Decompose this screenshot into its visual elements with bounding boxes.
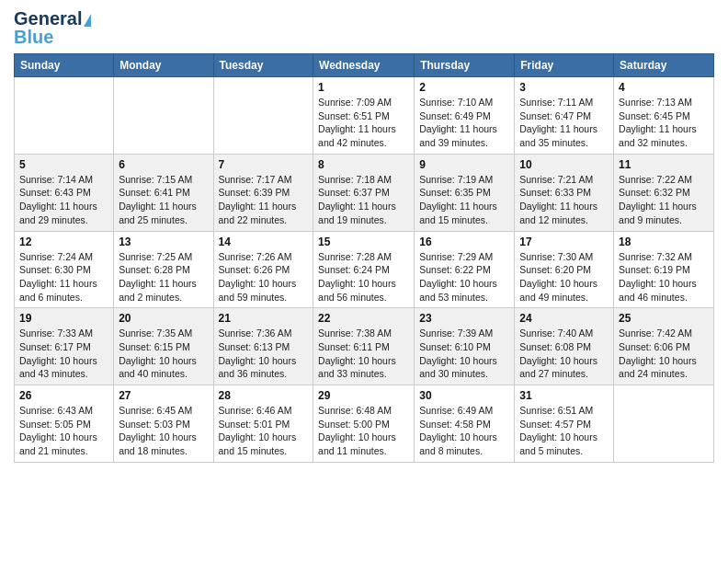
week-row-5: 26Sunrise: 6:43 AM Sunset: 5:05 PM Dayli… bbox=[15, 385, 714, 463]
day-number: 7 bbox=[219, 158, 309, 171]
calendar-cell: 18Sunrise: 7:32 AM Sunset: 6:19 PM Dayli… bbox=[614, 231, 714, 308]
calendar-cell: 2Sunrise: 7:10 AM Sunset: 6:49 PM Daylig… bbox=[415, 77, 515, 155]
day-info: Sunrise: 7:13 AM Sunset: 6:45 PM Dayligh… bbox=[619, 96, 709, 150]
weekday-saturday: Saturday bbox=[614, 54, 714, 77]
calendar-cell: 23Sunrise: 7:39 AM Sunset: 6:10 PM Dayli… bbox=[415, 308, 515, 385]
day-info: Sunrise: 7:09 AM Sunset: 6:51 PM Dayligh… bbox=[318, 96, 409, 150]
calendar-cell bbox=[213, 77, 313, 155]
calendar-cell: 14Sunrise: 7:26 AM Sunset: 6:26 PM Dayli… bbox=[213, 231, 313, 308]
calendar-cell: 5Sunrise: 7:14 AM Sunset: 6:43 PM Daylig… bbox=[15, 154, 114, 231]
day-number: 27 bbox=[119, 389, 208, 402]
calendar-cell: 9Sunrise: 7:19 AM Sunset: 6:35 PM Daylig… bbox=[415, 154, 515, 231]
day-info: Sunrise: 7:30 AM Sunset: 6:20 PM Dayligh… bbox=[519, 250, 609, 304]
day-info: Sunrise: 7:22 AM Sunset: 6:32 PM Dayligh… bbox=[619, 173, 709, 227]
day-number: 18 bbox=[619, 236, 709, 248]
day-number: 28 bbox=[219, 389, 309, 402]
weekday-wednesday: Wednesday bbox=[313, 54, 415, 77]
calendar-cell: 10Sunrise: 7:21 AM Sunset: 6:33 PM Dayli… bbox=[515, 154, 614, 231]
day-info: Sunrise: 7:42 AM Sunset: 6:06 PM Dayligh… bbox=[619, 327, 709, 381]
calendar-cell: 22Sunrise: 7:38 AM Sunset: 6:11 PM Dayli… bbox=[313, 308, 415, 385]
calendar-cell: 24Sunrise: 7:40 AM Sunset: 6:08 PM Dayli… bbox=[515, 308, 614, 385]
day-info: Sunrise: 7:35 AM Sunset: 6:15 PM Dayligh… bbox=[119, 327, 208, 381]
day-number: 11 bbox=[619, 158, 709, 171]
day-number: 10 bbox=[519, 158, 609, 171]
day-number: 19 bbox=[19, 312, 108, 325]
day-number: 16 bbox=[419, 236, 509, 248]
day-number: 26 bbox=[19, 389, 108, 402]
day-number: 12 bbox=[19, 236, 108, 248]
weekday-friday: Friday bbox=[515, 54, 614, 77]
day-number: 13 bbox=[119, 236, 208, 248]
day-number: 25 bbox=[619, 312, 709, 325]
day-number: 8 bbox=[318, 158, 409, 171]
day-number: 24 bbox=[519, 312, 609, 325]
day-number: 5 bbox=[19, 158, 108, 171]
day-info: Sunrise: 7:18 AM Sunset: 6:37 PM Dayligh… bbox=[318, 173, 409, 227]
day-info: Sunrise: 6:48 AM Sunset: 5:00 PM Dayligh… bbox=[318, 404, 409, 458]
calendar-cell: 19Sunrise: 7:33 AM Sunset: 6:17 PM Dayli… bbox=[15, 308, 114, 385]
logo-line1: General bbox=[14, 9, 91, 28]
day-number: 29 bbox=[318, 389, 409, 402]
day-info: Sunrise: 7:25 AM Sunset: 6:28 PM Dayligh… bbox=[119, 250, 208, 304]
weekday-monday: Monday bbox=[114, 54, 213, 77]
calendar-cell: 29Sunrise: 6:48 AM Sunset: 5:00 PM Dayli… bbox=[313, 385, 415, 463]
day-number: 15 bbox=[318, 236, 409, 248]
day-info: Sunrise: 7:17 AM Sunset: 6:39 PM Dayligh… bbox=[219, 173, 309, 227]
day-info: Sunrise: 7:39 AM Sunset: 6:10 PM Dayligh… bbox=[419, 327, 509, 381]
calendar-cell: 16Sunrise: 7:29 AM Sunset: 6:22 PM Dayli… bbox=[415, 231, 515, 308]
day-number: 22 bbox=[318, 312, 409, 325]
calendar-cell: 6Sunrise: 7:15 AM Sunset: 6:41 PM Daylig… bbox=[114, 154, 213, 231]
calendar-cell: 25Sunrise: 7:42 AM Sunset: 6:06 PM Dayli… bbox=[614, 308, 714, 385]
day-number: 6 bbox=[119, 158, 208, 171]
calendar-cell: 3Sunrise: 7:11 AM Sunset: 6:47 PM Daylig… bbox=[515, 77, 614, 155]
day-info: Sunrise: 6:43 AM Sunset: 5:05 PM Dayligh… bbox=[19, 404, 108, 458]
week-row-4: 19Sunrise: 7:33 AM Sunset: 6:17 PM Dayli… bbox=[15, 308, 714, 385]
weekday-tuesday: Tuesday bbox=[213, 54, 313, 77]
day-number: 30 bbox=[419, 389, 509, 402]
calendar-cell: 17Sunrise: 7:30 AM Sunset: 6:20 PM Dayli… bbox=[515, 231, 614, 308]
calendar-table: SundayMondayTuesdayWednesdayThursdayFrid… bbox=[14, 53, 714, 463]
day-info: Sunrise: 7:40 AM Sunset: 6:08 PM Dayligh… bbox=[519, 327, 609, 381]
calendar-cell: 1Sunrise: 7:09 AM Sunset: 6:51 PM Daylig… bbox=[313, 77, 415, 155]
day-number: 17 bbox=[519, 236, 609, 248]
week-row-3: 12Sunrise: 7:24 AM Sunset: 6:30 PM Dayli… bbox=[15, 231, 714, 308]
calendar-cell bbox=[114, 77, 213, 155]
day-info: Sunrise: 7:33 AM Sunset: 6:17 PM Dayligh… bbox=[19, 327, 108, 381]
day-info: Sunrise: 6:51 AM Sunset: 4:57 PM Dayligh… bbox=[519, 404, 609, 458]
calendar-cell: 20Sunrise: 7:35 AM Sunset: 6:15 PM Dayli… bbox=[114, 308, 213, 385]
day-info: Sunrise: 7:29 AM Sunset: 6:22 PM Dayligh… bbox=[419, 250, 509, 304]
day-number: 1 bbox=[318, 81, 409, 94]
day-info: Sunrise: 6:49 AM Sunset: 4:58 PM Dayligh… bbox=[419, 404, 509, 458]
calendar-cell: 21Sunrise: 7:36 AM Sunset: 6:13 PM Dayli… bbox=[213, 308, 313, 385]
calendar-cell: 13Sunrise: 7:25 AM Sunset: 6:28 PM Dayli… bbox=[114, 231, 213, 308]
day-number: 23 bbox=[419, 312, 509, 325]
header: General Blue bbox=[14, 9, 714, 46]
logo-general: General bbox=[14, 8, 82, 29]
day-number: 3 bbox=[519, 81, 609, 94]
day-info: Sunrise: 7:38 AM Sunset: 6:11 PM Dayligh… bbox=[318, 327, 409, 381]
day-info: Sunrise: 7:19 AM Sunset: 6:35 PM Dayligh… bbox=[419, 173, 509, 227]
page: General Blue SundayMondayTuesdayWednesda… bbox=[0, 0, 728, 563]
day-info: Sunrise: 7:14 AM Sunset: 6:43 PM Dayligh… bbox=[19, 173, 108, 227]
day-number: 2 bbox=[419, 81, 509, 94]
day-info: Sunrise: 7:10 AM Sunset: 6:49 PM Dayligh… bbox=[419, 96, 509, 150]
calendar-cell: 27Sunrise: 6:45 AM Sunset: 5:03 PM Dayli… bbox=[114, 385, 213, 463]
calendar-cell: 7Sunrise: 7:17 AM Sunset: 6:39 PM Daylig… bbox=[213, 154, 313, 231]
calendar-cell: 4Sunrise: 7:13 AM Sunset: 6:45 PM Daylig… bbox=[614, 77, 714, 155]
day-info: Sunrise: 7:28 AM Sunset: 6:24 PM Dayligh… bbox=[318, 250, 409, 304]
day-info: Sunrise: 7:11 AM Sunset: 6:47 PM Dayligh… bbox=[519, 96, 609, 150]
calendar-cell: 26Sunrise: 6:43 AM Sunset: 5:05 PM Dayli… bbox=[15, 385, 114, 463]
day-info: Sunrise: 6:45 AM Sunset: 5:03 PM Dayligh… bbox=[119, 404, 208, 458]
day-number: 20 bbox=[119, 312, 208, 325]
day-info: Sunrise: 7:36 AM Sunset: 6:13 PM Dayligh… bbox=[219, 327, 309, 381]
day-number: 4 bbox=[619, 81, 709, 94]
day-number: 21 bbox=[219, 312, 309, 325]
calendar-cell: 11Sunrise: 7:22 AM Sunset: 6:32 PM Dayli… bbox=[614, 154, 714, 231]
day-info: Sunrise: 7:21 AM Sunset: 6:33 PM Dayligh… bbox=[519, 173, 609, 227]
calendar-cell: 12Sunrise: 7:24 AM Sunset: 6:30 PM Dayli… bbox=[15, 231, 114, 308]
calendar-cell: 30Sunrise: 6:49 AM Sunset: 4:58 PM Dayli… bbox=[415, 385, 515, 463]
weekday-sunday: Sunday bbox=[15, 54, 114, 77]
calendar-cell: 8Sunrise: 7:18 AM Sunset: 6:37 PM Daylig… bbox=[313, 154, 415, 231]
day-info: Sunrise: 7:24 AM Sunset: 6:30 PM Dayligh… bbox=[19, 250, 108, 304]
logo-triangle-icon bbox=[84, 14, 91, 27]
